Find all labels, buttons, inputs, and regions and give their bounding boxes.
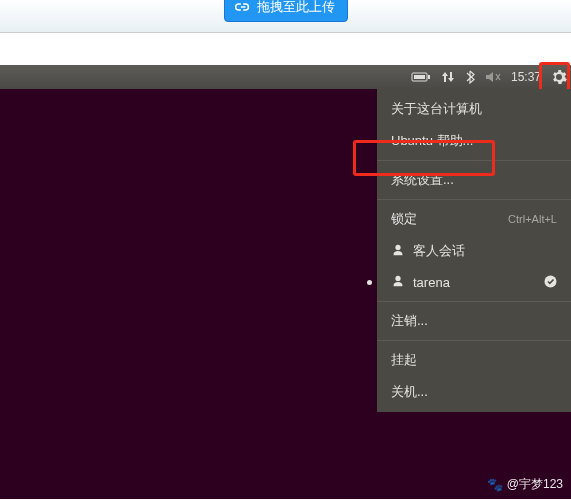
menu-settings-label: 系统设置... bbox=[391, 171, 454, 189]
gear-icon[interactable] bbox=[551, 69, 567, 85]
user-icon bbox=[391, 243, 405, 260]
network-icon[interactable] bbox=[441, 70, 455, 84]
menu-suspend[interactable]: 挂起 bbox=[377, 344, 571, 376]
menu-suspend-label: 挂起 bbox=[391, 351, 417, 369]
menu-user[interactable]: tarena bbox=[377, 267, 571, 298]
menu-help-label: Ubuntu 帮助... bbox=[391, 132, 473, 150]
watermark-text: @宇梦123 bbox=[507, 476, 563, 493]
menu-about-label: 关于这台计算机 bbox=[391, 100, 482, 118]
menu-user-label: tarena bbox=[413, 275, 450, 290]
menu-shutdown[interactable]: 关机... bbox=[377, 376, 571, 408]
watermark: 🐾 @宇梦123 bbox=[487, 476, 563, 493]
bluetooth-icon[interactable] bbox=[465, 70, 475, 84]
menu-logout-label: 注销... bbox=[391, 312, 428, 330]
battery-icon[interactable] bbox=[411, 71, 431, 83]
browser-banner: 拖拽至此上传 bbox=[0, 0, 571, 33]
menu-settings[interactable]: 系统设置... bbox=[377, 164, 571, 196]
menu-lock[interactable]: 锁定 Ctrl+Alt+L bbox=[377, 203, 571, 235]
system-menu-dropdown: 关于这台计算机 Ubuntu 帮助... 系统设置... 锁定 Ctrl+Alt… bbox=[377, 89, 571, 412]
check-icon bbox=[544, 275, 557, 291]
active-user-bullet bbox=[367, 280, 372, 285]
menu-guest-label: 客人会话 bbox=[413, 242, 465, 260]
menu-lock-shortcut: Ctrl+Alt+L bbox=[508, 213, 557, 225]
menu-separator bbox=[377, 160, 571, 161]
link-icon bbox=[231, 0, 251, 17]
volume-icon[interactable] bbox=[485, 71, 501, 83]
svg-rect-2 bbox=[428, 75, 430, 79]
menu-shutdown-label: 关机... bbox=[391, 383, 428, 401]
menu-about[interactable]: 关于这台计算机 bbox=[377, 93, 571, 125]
menu-separator bbox=[377, 301, 571, 302]
upload-label: 拖拽至此上传 bbox=[257, 0, 335, 16]
clock-time[interactable]: 15:37 bbox=[511, 70, 541, 84]
menu-lock-label: 锁定 bbox=[391, 210, 417, 228]
upload-button[interactable]: 拖拽至此上传 bbox=[224, 0, 348, 22]
menu-logout[interactable]: 注销... bbox=[377, 305, 571, 337]
menu-guest[interactable]: 客人会话 bbox=[377, 235, 571, 267]
menu-separator bbox=[377, 340, 571, 341]
page-gap bbox=[0, 33, 571, 65]
paw-icon: 🐾 bbox=[487, 477, 503, 492]
user-icon bbox=[391, 274, 405, 291]
top-menubar: 15:37 bbox=[0, 65, 571, 89]
menu-separator bbox=[377, 199, 571, 200]
desktop-background: 关于这台计算机 Ubuntu 帮助... 系统设置... 锁定 Ctrl+Alt… bbox=[0, 89, 571, 499]
svg-rect-1 bbox=[414, 75, 425, 79]
menu-help[interactable]: Ubuntu 帮助... bbox=[377, 125, 571, 157]
